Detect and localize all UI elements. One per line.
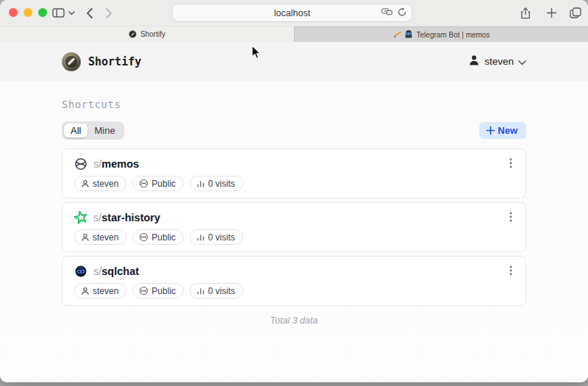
page-title: Shortcuts (62, 99, 526, 110)
visits-badge: 0 visits (190, 283, 243, 299)
person-icon (81, 179, 90, 188)
reload-icon[interactable] (398, 7, 406, 19)
translate-icon[interactable]: A (381, 8, 392, 18)
sidebar-toggle-icon[interactable] (50, 0, 66, 26)
card-menu-button[interactable] (505, 265, 517, 276)
filter-mine[interactable]: Mine (87, 124, 121, 137)
pencil-icon (393, 30, 402, 40)
address-text: localhost (274, 8, 310, 18)
tab-bar: Shortify Telegram Bot | m (0, 26, 588, 42)
star-favicon (74, 211, 87, 224)
back-icon[interactable] (82, 0, 96, 26)
shortcut-list: s/memos steven Public (62, 149, 526, 306)
shortcut-card-memos[interactable]: s/memos steven Public (62, 149, 526, 199)
card-menu-button[interactable] (505, 157, 517, 169)
address-bar[interactable]: localhost A (173, 4, 412, 21)
shortcut-title: s/memos (93, 158, 139, 170)
zoom-window-button[interactable] (38, 8, 47, 17)
visits-label: 0 visits (208, 179, 235, 189)
tab-telegram-bot-memos[interactable]: Telegram Bot | memos (294, 26, 588, 42)
bar-chart-icon (196, 287, 205, 296)
app-title: Shortify (88, 55, 141, 68)
shortcut-name: sqlchat (101, 265, 139, 277)
share-icon[interactable] (518, 0, 533, 26)
bar-chart-icon (196, 179, 205, 188)
user-icon (468, 54, 480, 69)
shortcut-prefix: s/ (93, 212, 101, 224)
globe-icon (139, 232, 148, 242)
user-menu[interactable]: steven (468, 54, 526, 69)
visibility-label: Public (151, 179, 176, 189)
tab-label: Shortify (140, 30, 165, 38)
shortify-logo-icon (62, 52, 81, 71)
shortcut-name: memos (101, 158, 139, 170)
shortcut-title: s/star-history (93, 212, 160, 224)
card-menu-button[interactable] (505, 211, 517, 223)
new-tab-icon[interactable] (544, 0, 559, 26)
visibility-label: Public (151, 286, 176, 296)
chevron-down-icon[interactable] (66, 0, 76, 26)
new-shortcut-button[interactable]: New (479, 122, 526, 139)
visibility-label: Public (151, 232, 176, 243)
shortcut-title: s/sqlchat (93, 265, 139, 277)
shortcut-name: star-history (101, 212, 160, 224)
vertical-ellipsis-icon (509, 265, 512, 276)
robot-icon (404, 30, 413, 40)
traffic-lights (9, 8, 47, 17)
filter-segmented-control: All Mine (62, 121, 124, 140)
globe-icon (139, 286, 148, 296)
new-button-label: New (498, 125, 517, 136)
visits-label: 0 visits (208, 232, 235, 243)
minimize-window-button[interactable] (24, 8, 32, 17)
person-icon (81, 233, 90, 242)
user-name: steven (484, 56, 514, 67)
app-header: Shortify steven (0, 42, 588, 81)
person-icon (81, 287, 90, 296)
browser-window: localhost A (0, 0, 588, 382)
shortcut-prefix: s/ (93, 265, 101, 277)
close-window-button[interactable] (9, 8, 18, 17)
main-content: Shortcuts All Mine New (0, 81, 588, 382)
owner-badge: steven (74, 283, 126, 299)
owner-badge: steven (74, 229, 126, 245)
browser-toolbar: localhost A (0, 0, 588, 26)
svg-text:A: A (384, 8, 387, 12)
globe-icon (139, 179, 148, 188)
visits-badge: 0 visits (190, 229, 243, 245)
robot-favicon (74, 265, 87, 278)
shortcut-card-star-history[interactable]: s/star-history steven Public (62, 202, 526, 252)
visibility-badge: Public (132, 229, 184, 245)
filter-all[interactable]: All (64, 124, 87, 137)
visibility-badge: Public (132, 283, 184, 299)
bar-chart-icon (196, 233, 205, 242)
app-logo-link[interactable]: Shortify (62, 52, 141, 71)
tab-overview-icon[interactable] (567, 0, 584, 26)
plus-icon (486, 126, 495, 135)
shortcut-card-sqlchat[interactable]: s/sqlchat steven Public (62, 256, 526, 306)
vertical-ellipsis-icon (509, 212, 512, 222)
forward-icon[interactable] (102, 0, 115, 26)
visits-badge: 0 visits (190, 176, 243, 191)
owner-name: steven (93, 286, 118, 296)
globe-favicon (74, 157, 87, 171)
total-count-text: Total 3 data (62, 315, 526, 326)
owner-badge: steven (74, 176, 126, 191)
shortcut-prefix: s/ (93, 158, 101, 170)
chevron-down-icon (518, 55, 526, 68)
owner-name: steven (93, 232, 118, 243)
shortify-favicon (129, 30, 137, 38)
visibility-badge: Public (132, 176, 184, 191)
vertical-ellipsis-icon (509, 158, 512, 168)
owner-name: steven (93, 179, 118, 189)
visits-label: 0 visits (208, 286, 235, 296)
tab-label: Telegram Bot | memos (417, 31, 490, 39)
tab-shortify[interactable]: Shortify (0, 26, 294, 42)
